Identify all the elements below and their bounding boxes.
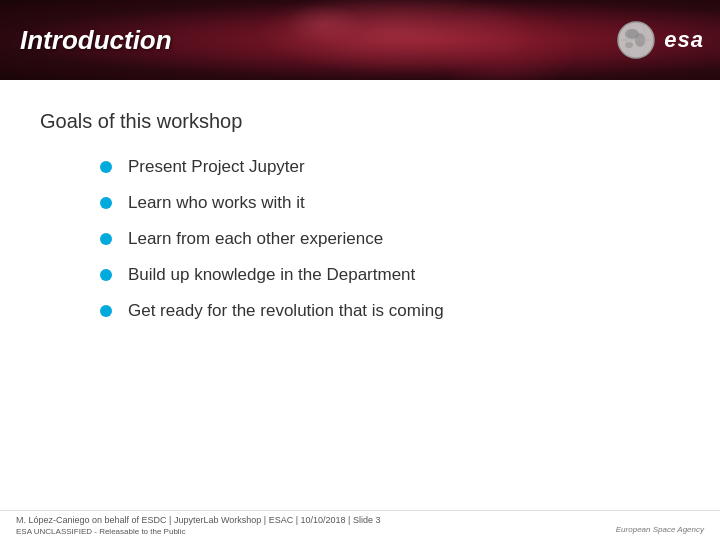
list-item: Learn from each other experience — [100, 229, 680, 249]
bullet-dot-icon — [100, 197, 112, 209]
list-item: Present Project Jupyter — [100, 157, 680, 177]
esa-brand-text: esa — [664, 27, 704, 53]
bullet-dot-icon — [100, 161, 112, 173]
list-item: Learn who works with it — [100, 193, 680, 213]
header-banner: Introduction esa — [0, 0, 720, 80]
list-item-text: Get ready for the revolution that is com… — [128, 301, 444, 321]
section-title: Goals of this workshop — [40, 110, 680, 133]
bullet-list: Present Project Jupyter Learn who works … — [40, 157, 680, 321]
footer-esa-credit: European Space Agency — [616, 525, 704, 534]
esa-logo: esa — [614, 18, 704, 62]
list-item-text: Learn from each other experience — [128, 229, 383, 249]
slide-title: Introduction — [20, 25, 172, 56]
footer-metadata: M. López-Caniego on behalf of ESDC | Jup… — [16, 515, 704, 525]
esa-globe-icon — [614, 18, 658, 62]
list-item-text: Learn who works with it — [128, 193, 305, 213]
bullet-dot-icon — [100, 233, 112, 245]
main-content-area: Goals of this workshop Present Project J… — [0, 80, 720, 510]
bullet-dot-icon — [100, 305, 112, 317]
footer: M. López-Caniego on behalf of ESDC | Jup… — [0, 510, 720, 540]
list-item-text: Build up knowledge in the Department — [128, 265, 415, 285]
bullet-dot-icon — [100, 269, 112, 281]
list-item: Get ready for the revolution that is com… — [100, 301, 680, 321]
list-item: Build up knowledge in the Department — [100, 265, 680, 285]
footer-classification: ESA UNCLASSIFIED - Releasable to the Pub… — [16, 527, 704, 536]
list-item-text: Present Project Jupyter — [128, 157, 305, 177]
